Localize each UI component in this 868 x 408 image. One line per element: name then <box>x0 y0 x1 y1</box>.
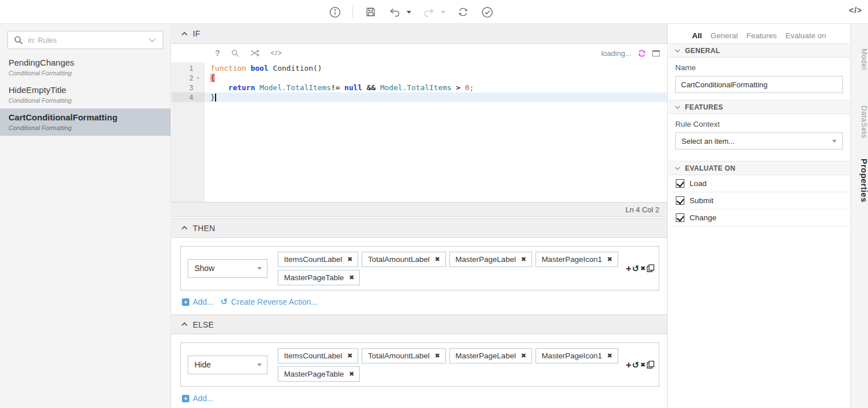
target-chip: MasterPageLabel✖ <box>449 348 532 363</box>
undo-dropdown-caret[interactable] <box>407 11 411 14</box>
code-editor-toolbar: ? </> loading... <box>172 44 667 62</box>
rule-context-group: Rule Context Select an item... <box>668 114 850 156</box>
chevron-down-icon <box>675 167 680 170</box>
dock-tab-model[interactable]: Model <box>851 49 868 70</box>
load-checkbox[interactable] <box>676 179 684 188</box>
create-reverse-link[interactable]: Create Reverse Action... <box>231 297 318 306</box>
change-checkbox[interactable] <box>676 213 684 222</box>
else-target-chips: ItemsCountLabel✖ TotalAmountLabel✖ Maste… <box>278 348 622 382</box>
maximize-icon[interactable] <box>652 50 660 56</box>
chip-label: ItemsCountLabel <box>284 255 342 264</box>
help-icon[interactable]: ? <box>215 49 220 58</box>
add-plus-icon[interactable]: + <box>182 395 189 402</box>
remove-chip-icon[interactable]: ✖ <box>607 256 612 263</box>
editor-status-bar: Ln 4 Col 2 <box>172 202 667 217</box>
fold-icon[interactable]: ▾ <box>197 75 205 80</box>
loading-refresh-icon[interactable] <box>638 49 646 58</box>
shuffle-icon[interactable] <box>250 49 260 57</box>
rule-list-item-selected[interactable]: CartConditionalFormatting Conditional Fo… <box>0 108 171 136</box>
rule-type: Conditional Formatting <box>9 70 171 76</box>
evaluate-option-submit[interactable]: Submit <box>668 192 850 209</box>
delete-action-icon[interactable]: ✖ <box>640 362 646 368</box>
code-line[interactable]: function bool Condition() <box>205 63 667 73</box>
code-editor: 12▾34 function bool Condition(){ return … <box>172 62 667 202</box>
else-section-label: ELSE <box>193 320 214 329</box>
undo-icon[interactable] <box>388 6 401 18</box>
tab-evaluate-on[interactable]: Evaluate on <box>785 31 826 40</box>
chip-label: MasterPageLabel <box>456 352 516 360</box>
rule-name: HideEmptyTitle <box>9 85 171 95</box>
remove-chip-icon[interactable]: ✖ <box>349 274 354 281</box>
if-section-header[interactable]: IF <box>172 24 667 44</box>
target-chip: MasterPageIcon1✖ <box>536 348 618 363</box>
redo-dropdown-caret[interactable] <box>441 11 445 14</box>
submit-label: Submit <box>689 196 713 205</box>
evaluate-option-change[interactable]: Change <box>668 209 850 227</box>
then-add-link[interactable]: Add... <box>193 297 214 306</box>
add-plus-icon[interactable]: + <box>182 298 189 306</box>
submit-checkbox[interactable] <box>676 196 684 205</box>
else-action-select[interactable]: Hide <box>188 356 267 374</box>
remove-chip-icon[interactable]: ✖ <box>349 370 354 378</box>
rule-list-item[interactable]: HideEmptyTitle Conditional Formatting <box>0 81 171 108</box>
then-target-chips: ItemsCountLabel✖ TotalAmountLabel✖ Maste… <box>278 252 622 285</box>
then-action-select[interactable]: Show <box>188 259 267 278</box>
general-section-header[interactable]: GENERAL <box>668 43 850 58</box>
evaluate-option-load[interactable]: Load <box>668 175 850 192</box>
chevron-down-icon <box>832 140 837 143</box>
add-action-icon[interactable]: + <box>626 264 631 273</box>
copy-action-icon[interactable] <box>647 361 655 369</box>
dock-tab-properties[interactable]: Properties <box>851 159 868 203</box>
dock-tab-datasets[interactable]: DataSets <box>851 106 868 138</box>
code-view-icon[interactable]: </> <box>849 6 862 15</box>
collapse-up-icon <box>181 32 188 36</box>
add-action-icon[interactable]: + <box>626 360 631 370</box>
then-action-row: Show ItemsCountLabel✖ TotalAmountLabel✖ … <box>180 246 659 290</box>
tab-features[interactable]: Features <box>747 31 777 40</box>
remove-chip-icon[interactable]: ✖ <box>607 352 612 359</box>
code-lines[interactable]: function bool Condition(){ return Model.… <box>205 62 667 202</box>
tab-all[interactable]: All <box>692 31 702 40</box>
else-row-actions: + ↺ ✖ <box>626 360 655 370</box>
features-section-title: FEATURES <box>685 103 723 111</box>
refresh-icon[interactable] <box>457 6 469 18</box>
target-chip: TotalAmountLabel✖ <box>362 252 445 267</box>
else-section-header[interactable]: ELSE <box>172 314 667 334</box>
tab-general[interactable]: General <box>711 31 738 40</box>
rule-context-select[interactable]: Select an item... <box>675 132 843 150</box>
code-line[interactable]: } <box>205 92 667 102</box>
evaluate-on-section-header[interactable]: EVALUATE ON <box>668 161 850 175</box>
rule-list: PendingChanges Conditional Formatting Hi… <box>0 54 171 136</box>
rule-body: IF ? </> loading... 12▾34 function bool … <box>172 24 668 408</box>
name-input[interactable] <box>675 76 843 93</box>
copy-action-icon[interactable] <box>647 264 655 273</box>
remove-chip-icon[interactable]: ✖ <box>521 352 526 359</box>
insert-code-icon[interactable]: </> <box>271 49 282 57</box>
search-scope-chevron-icon[interactable] <box>149 35 155 42</box>
cursor-position-text: Ln 4 Col 2 <box>626 205 659 214</box>
else-add-link[interactable]: Add... <box>193 394 214 403</box>
remove-chip-icon[interactable]: ✖ <box>347 352 352 359</box>
remove-chip-icon[interactable]: ✖ <box>435 256 440 263</box>
reverse-action-icon[interactable]: ↺ <box>632 361 639 369</box>
gutter: 12▾34 <box>172 62 205 202</box>
remove-chip-icon[interactable]: ✖ <box>435 352 440 359</box>
rules-sidebar: PendingChanges Conditional Formatting Hi… <box>0 24 171 408</box>
reverse-action-icon[interactable]: ↺ <box>632 264 639 273</box>
then-content: Show ItemsCountLabel✖ TotalAmountLabel✖ … <box>172 246 667 308</box>
redo-icon[interactable] <box>423 6 435 18</box>
search-code-icon[interactable] <box>231 49 240 58</box>
info-icon[interactable] <box>328 6 341 18</box>
rule-list-item[interactable]: PendingChanges Conditional Formatting <box>0 54 171 81</box>
search-input[interactable] <box>28 36 150 45</box>
code-line[interactable]: { <box>205 73 667 83</box>
remove-chip-icon[interactable]: ✖ <box>521 256 526 263</box>
features-section-header[interactable]: FEATURES <box>668 100 850 114</box>
save-icon[interactable] <box>364 6 377 18</box>
validate-icon[interactable] <box>481 6 493 18</box>
code-line[interactable]: return Model.TotalItems!= null && Model.… <box>205 83 667 92</box>
create-reverse-icon[interactable]: ↺ <box>221 297 228 307</box>
then-section-header[interactable]: THEN <box>172 218 667 238</box>
delete-action-icon[interactable]: ✖ <box>640 265 646 272</box>
remove-chip-icon[interactable]: ✖ <box>347 256 352 263</box>
